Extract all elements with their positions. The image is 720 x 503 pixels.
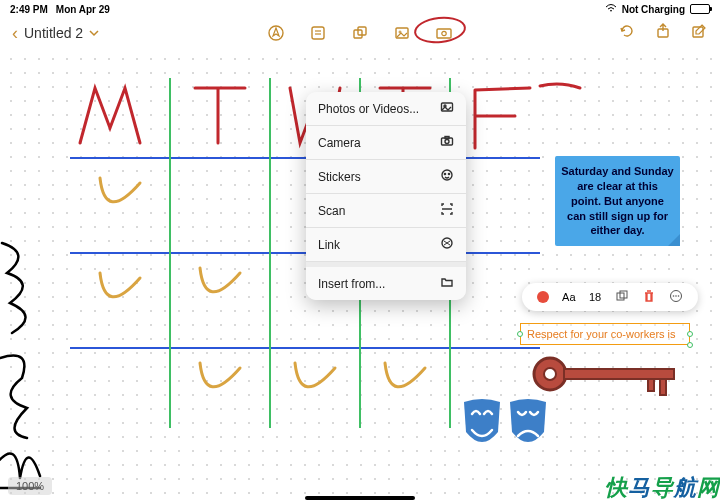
svg-point-37 xyxy=(448,173,449,174)
svg-point-26 xyxy=(544,368,556,380)
menu-item-link[interactable]: Link xyxy=(306,228,466,262)
zoom-label: 100% xyxy=(16,480,44,492)
toolbar-center xyxy=(267,24,453,42)
wifi-icon xyxy=(605,4,617,15)
copy-style-icon[interactable] xyxy=(615,289,629,305)
menu-item-label: Link xyxy=(318,238,340,252)
menu-item-label: Scan xyxy=(318,204,345,218)
menu-item-stickers[interactable]: Stickers xyxy=(306,160,466,194)
status-bar: 2:49 PM Mon Apr 29 Not Charging xyxy=(0,0,720,18)
photos-icon xyxy=(440,100,454,117)
text-tool-icon[interactable] xyxy=(309,24,327,42)
back-button[interactable]: ‹ Untitled 2 xyxy=(12,23,99,44)
svg-rect-27 xyxy=(564,369,674,379)
svg-point-9 xyxy=(442,31,446,35)
font-button[interactable]: Aa xyxy=(562,291,575,303)
text-box-content: Respect for your co-workers is xyxy=(527,328,676,340)
document-title[interactable]: Untitled 2 xyxy=(24,25,83,41)
battery-icon xyxy=(690,4,710,14)
color-swatch-icon[interactable] xyxy=(537,291,549,303)
svg-rect-29 xyxy=(660,379,666,395)
svg-point-24 xyxy=(678,295,680,297)
shapes-tool-icon[interactable] xyxy=(351,24,369,42)
charging-label: Not Charging xyxy=(622,4,685,15)
more-icon[interactable] xyxy=(669,289,683,305)
scan-icon xyxy=(440,202,454,219)
status-date: Mon Apr 29 xyxy=(56,4,110,15)
svg-rect-1 xyxy=(312,27,324,39)
svg-point-22 xyxy=(673,295,675,297)
note-canvas[interactable]: Saturday and Sunday are clear at this po… xyxy=(0,48,720,503)
svg-point-33 xyxy=(445,140,449,144)
compose-icon[interactable] xyxy=(690,22,708,44)
doodle-left xyxy=(0,238,52,498)
zoom-indicator[interactable]: 100% xyxy=(8,477,52,495)
menu-item-label: Photos or Videos... xyxy=(318,102,419,116)
photo-tool-icon[interactable] xyxy=(435,24,453,42)
sticky-note[interactable]: Saturday and Sunday are clear at this po… xyxy=(555,156,680,246)
link-icon xyxy=(440,236,454,253)
undo-icon[interactable] xyxy=(618,22,636,44)
insert-menu: Photos or Videos... Camera Stickers Scan… xyxy=(306,92,466,300)
folder-icon xyxy=(440,275,454,292)
menu-item-insert-from[interactable]: Insert from... xyxy=(306,267,466,300)
media-tool-icon[interactable] xyxy=(393,24,411,42)
pen-tool-icon[interactable] xyxy=(267,24,285,42)
key-sticker-icon[interactable] xyxy=(528,346,688,406)
menu-item-label: Insert from... xyxy=(318,277,385,291)
menu-item-scan[interactable]: Scan xyxy=(306,194,466,228)
resize-handle-right[interactable] xyxy=(687,331,693,337)
menu-item-camera[interactable]: Camera xyxy=(306,126,466,160)
theater-masks-sticker[interactable] xyxy=(460,398,550,450)
watermark: 快马导航网 xyxy=(605,473,720,503)
text-format-bar[interactable]: Aa 18 xyxy=(522,283,698,311)
camera-icon xyxy=(440,134,454,151)
chevron-down-icon xyxy=(89,28,99,38)
share-icon[interactable] xyxy=(654,22,672,44)
svg-point-23 xyxy=(675,295,677,297)
svg-point-36 xyxy=(444,173,445,174)
trash-icon[interactable] xyxy=(642,289,656,305)
menu-item-label: Stickers xyxy=(318,170,361,184)
svg-rect-28 xyxy=(648,379,654,391)
home-indicator[interactable] xyxy=(305,496,415,500)
nav-bar: ‹ Untitled 2 xyxy=(0,18,720,48)
stickers-icon xyxy=(440,168,454,185)
resize-handle-left[interactable] xyxy=(517,331,523,337)
sticky-note-text: Saturday and Sunday are clear at this po… xyxy=(561,165,673,236)
menu-item-photos[interactable]: Photos or Videos... xyxy=(306,92,466,126)
menu-item-label: Camera xyxy=(318,136,361,150)
status-time: 2:49 PM xyxy=(10,4,48,15)
font-size-value[interactable]: 18 xyxy=(589,291,601,303)
svg-rect-8 xyxy=(437,29,451,38)
chevron-left-icon: ‹ xyxy=(12,23,18,44)
text-box-selected[interactable]: Respect for your co-workers is xyxy=(520,323,690,345)
